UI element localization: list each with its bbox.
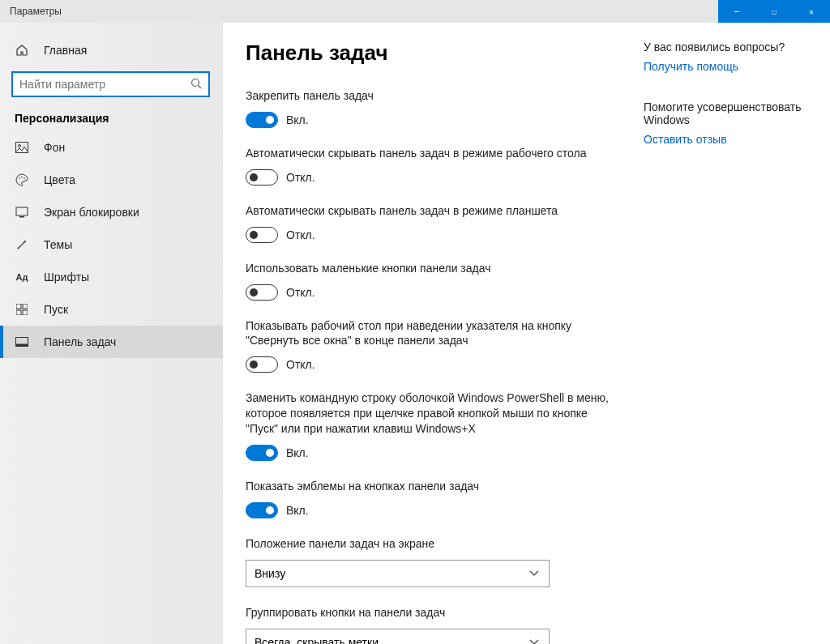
window-title: Параметры [10, 6, 718, 17]
svg-rect-9 [16, 304, 21, 309]
setting-label: Положение панели задач на экране [246, 536, 611, 552]
close-button[interactable]: ✕ [793, 0, 830, 23]
brush-icon [15, 237, 29, 252]
svg-point-3 [19, 145, 21, 147]
setting-label: Закрепить панель задач [246, 88, 611, 104]
sidebar-home[interactable]: Главная [0, 34, 223, 66]
home-icon [15, 43, 29, 58]
toggle-lock-taskbar[interactable] [246, 112, 278, 128]
start-icon [15, 302, 29, 317]
section-heading: Персонализация [0, 112, 223, 131]
sidebar-item-label: Шрифты [44, 271, 89, 284]
toggle-small-buttons[interactable] [246, 284, 278, 301]
svg-rect-7 [16, 207, 28, 215]
svg-point-5 [21, 176, 23, 177]
sidebar-item-lockscreen[interactable]: Экран блокировки [0, 196, 223, 228]
toggle-badges[interactable] [246, 502, 278, 518]
toggle-state: Вкл. [286, 446, 309, 459]
lock-screen-icon [15, 205, 29, 220]
page-title: Панель задач [246, 41, 611, 66]
svg-rect-10 [23, 304, 28, 309]
setting-label: Использовать маленькие кнопки панели зад… [246, 261, 611, 276]
sidebar-item-label: Панель задач [44, 335, 116, 348]
combo-taskbar-position[interactable]: Внизу [246, 560, 550, 587]
search-input[interactable] [19, 78, 190, 91]
toggle-autohide-tablet[interactable] [246, 227, 278, 243]
sidebar-item-label: Темы [44, 238, 72, 251]
svg-rect-8 [19, 216, 24, 218]
minimize-button[interactable]: ─ [718, 0, 755, 23]
get-help-link[interactable]: Получить помощь [644, 60, 806, 73]
picture-icon [15, 140, 29, 155]
search-box[interactable] [11, 71, 210, 97]
toggle-state: Откл. [286, 228, 315, 241]
sidebar-item-label: Цвета [44, 173, 75, 186]
combo-combine-buttons[interactable]: Всегда, скрывать метки [246, 629, 550, 644]
feedback-heading: Помогите усовершенствовать Windows [644, 100, 806, 126]
toggle-state: Вкл. [286, 504, 309, 517]
svg-point-4 [19, 177, 20, 179]
svg-rect-11 [16, 310, 21, 315]
setting-label: Показывать рабочий стол при наведении ук… [246, 318, 611, 349]
toggle-state: Откл. [286, 358, 315, 371]
right-pane: У вас появились вопросы? Получить помощь… [644, 41, 806, 636]
svg-line-1 [199, 85, 202, 88]
sidebar: Главная Персонализация Фон Цвета Экран б… [0, 23, 223, 644]
sidebar-item-label: Экран блокировки [44, 206, 139, 219]
main-content: Панель задач Закрепить панель задач Вкл.… [223, 23, 830, 644]
svg-point-6 [24, 177, 25, 179]
sidebar-item-background[interactable]: Фон [0, 131, 223, 164]
sidebar-item-colors[interactable]: Цвета [0, 164, 223, 196]
toggle-state: Откл. [286, 171, 315, 184]
toggle-state: Вкл. [286, 113, 309, 126]
setting-label: Группировать кнопки на панели задач [246, 605, 611, 621]
toggle-autohide-desktop[interactable] [246, 169, 278, 186]
setting-label: Автоматически скрывать панель задач в ре… [246, 146, 611, 161]
sidebar-item-themes[interactable]: Темы [0, 228, 223, 261]
sidebar-item-start[interactable]: Пуск [0, 293, 223, 326]
titlebar: Параметры ─ ☐ ✕ [0, 0, 830, 23]
sidebar-item-label: Пуск [44, 303, 68, 316]
feedback-link[interactable]: Оставить отзыв [644, 133, 806, 146]
setting-label: Автоматически скрывать панель задач в ре… [246, 203, 611, 219]
sidebar-home-label: Главная [44, 44, 87, 57]
toggle-state: Откл. [286, 286, 315, 299]
sidebar-item-fonts[interactable]: Aд Шрифты [0, 261, 223, 293]
palette-icon [15, 173, 29, 187]
taskbar-icon [15, 335, 29, 349]
toggle-powershell[interactable] [246, 445, 278, 461]
svg-rect-14 [16, 344, 28, 347]
setting-label: Заменить командную строку оболочкой Wind… [246, 390, 611, 437]
svg-point-0 [192, 79, 199, 86]
svg-rect-12 [23, 310, 28, 315]
setting-label: Показать эмблемы на кнопках панели задач [246, 479, 611, 494]
questions-heading: У вас появились вопросы? [644, 41, 806, 53]
maximize-button[interactable]: ☐ [755, 0, 793, 23]
font-icon: Aд [15, 270, 29, 284]
sidebar-item-label: Фон [44, 141, 65, 154]
search-icon [190, 78, 202, 92]
sidebar-item-taskbar[interactable]: Панель задач [0, 326, 223, 358]
toggle-peek[interactable] [246, 356, 278, 373]
